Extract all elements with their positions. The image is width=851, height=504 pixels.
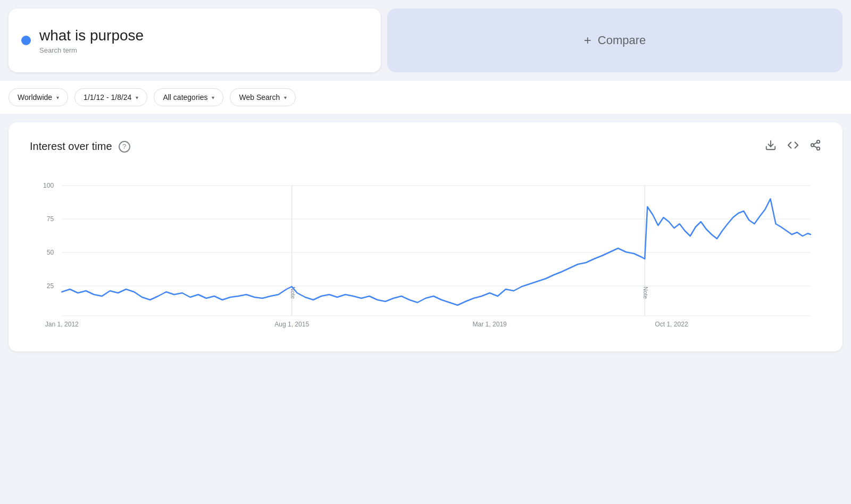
compare-label: Compare [598,33,646,47]
svg-line-4 [814,146,817,148]
search-term-card: what is purpose Search term [9,9,381,72]
note-label-2: Note [643,287,649,299]
x-label-2022: Oct 1, 2022 [655,321,688,328]
y-label-50: 50 [47,249,54,256]
chart-title: Interest over time [30,140,112,153]
y-label-75: 75 [47,215,54,223]
date-range-arrow-icon: ▾ [136,95,138,100]
search-term-subtitle: Search term [39,46,144,54]
category-arrow-icon: ▾ [212,95,214,100]
chart-header: Interest over time ? [30,139,821,154]
x-label-2015: Aug 1, 2015 [274,321,309,328]
download-button[interactable] [765,139,777,154]
chart-svg: 100 75 50 25 Note Note Jan 1, 2012 Aug 1… [30,175,821,334]
svg-line-5 [814,142,817,145]
region-arrow-icon: ▾ [56,95,59,100]
chart-actions [765,139,821,154]
date-range-label: 1/1/12 - 1/8/24 [84,93,131,102]
y-label-100: 100 [43,182,54,189]
category-label: All categories [163,93,207,102]
category-dropdown[interactable]: All categories ▾ [154,88,223,106]
interest-over-time-chart: 100 75 50 25 Note Note Jan 1, 2012 Aug 1… [30,175,821,334]
embed-button[interactable] [787,139,799,154]
date-range-dropdown[interactable]: 1/1/12 - 1/8/24 ▾ [74,88,147,106]
region-label: Worldwide [18,93,52,102]
chart-card: Interest over time ? [9,122,842,351]
region-dropdown[interactable]: Worldwide ▾ [9,88,68,106]
filters-bar: Worldwide ▾ 1/1/12 - 1/8/24 ▾ All catego… [0,81,851,114]
y-label-25: 25 [47,282,54,290]
help-icon[interactable]: ? [119,141,130,153]
search-term-title: what is purpose [39,27,144,45]
search-term-dot [21,36,31,45]
x-label-2012: Jan 1, 2012 [45,321,79,328]
chart-title-area: Interest over time ? [30,140,130,153]
compare-plus-icon: + [584,33,591,48]
search-term-text: what is purpose Search term [39,27,144,55]
search-type-label: Web Search [239,93,280,102]
search-type-dropdown[interactable]: Web Search ▾ [230,88,296,106]
compare-card[interactable]: + Compare [387,9,842,72]
x-label-2019: Mar 1, 2019 [472,321,507,328]
search-type-arrow-icon: ▾ [284,95,287,100]
share-button[interactable] [810,139,821,154]
